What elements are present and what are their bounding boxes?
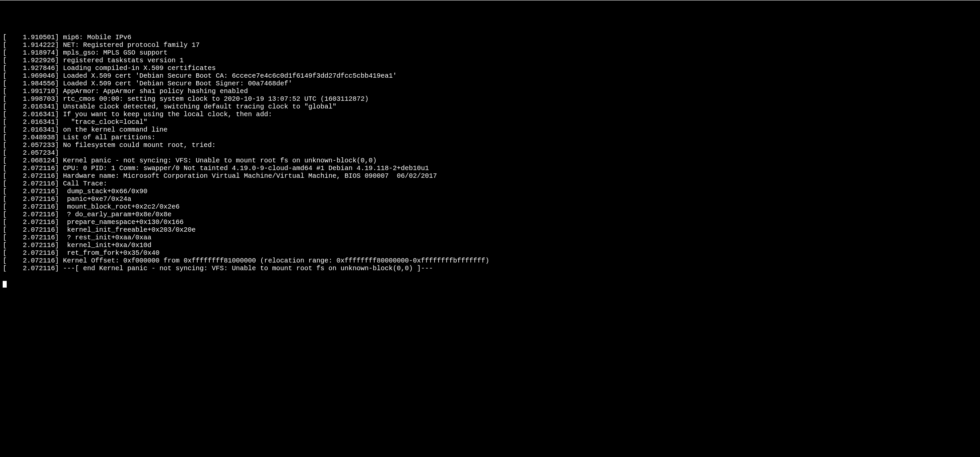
log-line: [ 2.048938] List of all partitions:	[3, 133, 980, 141]
log-line: [ 1.910501] mip6: Mobile IPv6	[3, 33, 980, 41]
log-line: [ 2.057233] No filesystem could mount ro…	[3, 141, 980, 149]
log-line: [ 1.991710] AppArmor: AppArmor sha1 poli…	[3, 87, 980, 95]
log-line: [ 2.072116] kernel_init+0xa/0x10d	[3, 241, 980, 249]
log-line: [ 1.927846] Loading compiled-in X.509 ce…	[3, 64, 980, 72]
log-line: [ 1.918974] mpls_gso: MPLS GSO support	[3, 49, 980, 57]
log-line: [ 2.016341] on the kernel command line	[3, 126, 980, 133]
log-line: [ 1.922926] registered taskstats version…	[3, 57, 980, 64]
log-line: [ 2.072116] ---[ end Kernel panic - not …	[3, 265, 980, 272]
cursor	[3, 281, 7, 287]
log-line: [ 2.072116] ? rest_init+0xaa/0xaa	[3, 234, 980, 241]
log-line: [ 1.998703] rtc_cmos 00:00: setting syst…	[3, 95, 980, 103]
log-line: [ 2.057234]	[3, 149, 980, 157]
log-line: [ 2.072116] kernel_init_freeable+0x203/0…	[3, 226, 980, 234]
log-line: [ 2.072116] prepare_namespace+0x130/0x16…	[3, 218, 980, 226]
log-line: [ 2.072116] Hardware name: Microsoft Cor…	[3, 172, 980, 180]
log-line: [ 2.068124] Kernel panic - not syncing: …	[3, 157, 980, 164]
log-line: [ 2.072116] Kernel Offset: 0xf000000 fro…	[3, 257, 980, 265]
log-line: [ 2.072116] CPU: 0 PID: 1 Comm: swapper/…	[3, 164, 980, 172]
log-line: [ 2.072116] ? do_early_param+0x8e/0x8e	[3, 211, 980, 218]
log-line: [ 2.072116] panic+0xe7/0x24a	[3, 195, 980, 203]
log-line: [ 2.016341] If you want to keep using th…	[3, 111, 980, 118]
terminal-output: [ 1.910501] mip6: Mobile IPv6[ 1.914222]…	[0, 32, 980, 272]
log-line: [ 1.914222] NET: Registered protocol fam…	[3, 41, 980, 49]
log-line: [ 2.072116] mount_block_root+0x2c2/0x2e6	[3, 203, 980, 211]
log-line: [ 2.016341] Unstable clock detected, swi…	[3, 103, 980, 111]
log-line: [ 1.969046] Loaded X.509 cert 'Debian Se…	[3, 72, 980, 80]
log-line: [ 1.984556] Loaded X.509 cert 'Debian Se…	[3, 80, 980, 87]
log-line: [ 2.072116] ret_from_fork+0x35/0x40	[3, 249, 980, 257]
log-line: [ 2.072116] Call Trace:	[3, 180, 980, 187]
log-line: [ 2.016341] "trace_clock=local"	[3, 118, 980, 126]
log-line: [ 2.072116] dump_stack+0x66/0x90	[3, 187, 980, 195]
